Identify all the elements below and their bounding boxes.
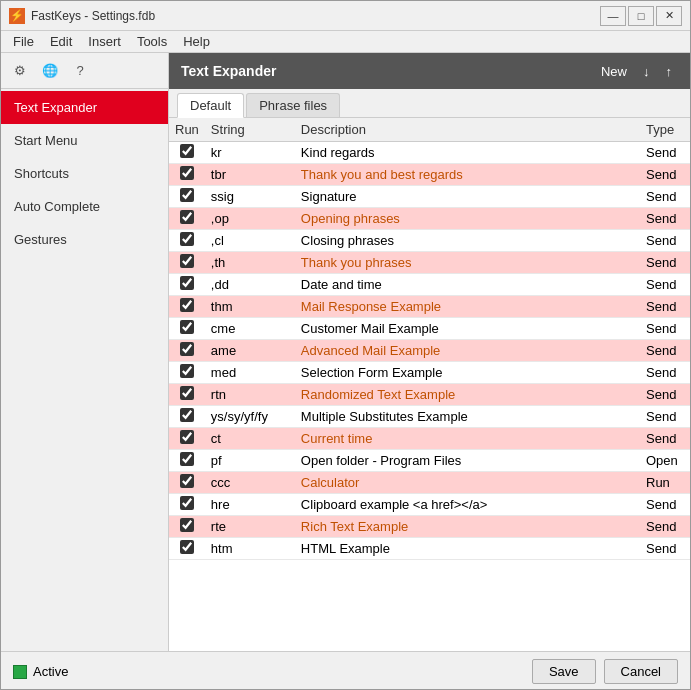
row-checkbox[interactable] (180, 386, 194, 400)
sidebar-nav: Text Expander Start Menu Shortcuts Auto … (1, 89, 168, 651)
row-string: tbr (205, 164, 295, 186)
row-type: Run (640, 472, 690, 494)
row-description: Selection Form Example (295, 362, 640, 384)
row-checkbox[interactable] (180, 540, 194, 554)
row-string: ,th (205, 252, 295, 274)
app-icon: ⚡ (9, 8, 25, 24)
table-row[interactable]: ,ddDate and timeSend (169, 274, 690, 296)
table-header-row: Run String Description Type (169, 118, 690, 142)
table-row[interactable]: ,clClosing phrasesSend (169, 230, 690, 252)
row-type: Send (640, 384, 690, 406)
title-bar-text: FastKeys - Settings.fdb (31, 9, 600, 23)
row-checkbox[interactable] (180, 298, 194, 312)
title-bar: ⚡ FastKeys - Settings.fdb — □ ✕ (1, 1, 690, 31)
row-checkbox[interactable] (180, 496, 194, 510)
row-checkbox[interactable] (180, 364, 194, 378)
row-type: Send (640, 494, 690, 516)
row-checkbox[interactable] (180, 210, 194, 224)
table-row[interactable]: ,opOpening phrasesSend (169, 208, 690, 230)
menu-insert[interactable]: Insert (80, 32, 129, 51)
row-string: ccc (205, 472, 295, 494)
row-type: Send (640, 296, 690, 318)
row-checkbox[interactable] (180, 452, 194, 466)
sidebar-item-shortcuts[interactable]: Shortcuts (1, 157, 168, 190)
table-row[interactable]: cccCalculatorRun (169, 472, 690, 494)
table-row[interactable]: cmeCustomer Mail ExampleSend (169, 318, 690, 340)
row-type: Send (640, 230, 690, 252)
table-row[interactable]: tbrThank you and best regardsSend (169, 164, 690, 186)
tab-phrase-files[interactable]: Phrase files (246, 93, 340, 117)
content-title: Text Expander (181, 63, 276, 79)
table-row[interactable]: ,thThank you phrasesSend (169, 252, 690, 274)
row-description: Closing phrases (295, 230, 640, 252)
maximize-button[interactable]: □ (628, 6, 654, 26)
status-dot (13, 665, 27, 679)
row-checkbox[interactable] (180, 188, 194, 202)
menu-help[interactable]: Help (175, 32, 218, 51)
row-checkbox[interactable] (180, 342, 194, 356)
menu-file[interactable]: File (5, 32, 42, 51)
main-layout: ⚙ 🌐 ? Text Expander Start Menu Shortcuts… (1, 53, 690, 651)
table-row[interactable]: rteRich Text ExampleSend (169, 516, 690, 538)
tab-default[interactable]: Default (177, 93, 244, 118)
cancel-button[interactable]: Cancel (604, 659, 678, 684)
close-button[interactable]: ✕ (656, 6, 682, 26)
row-checkbox[interactable] (180, 408, 194, 422)
row-checkbox[interactable] (180, 232, 194, 246)
row-checkbox[interactable] (180, 518, 194, 532)
table-row[interactable]: medSelection Form ExampleSend (169, 362, 690, 384)
settings-icon[interactable]: ⚙ (9, 60, 31, 82)
sidebar-item-auto-complete[interactable]: Auto Complete (1, 190, 168, 223)
sidebar-item-start-menu[interactable]: Start Menu (1, 124, 168, 157)
row-string: ssig (205, 186, 295, 208)
sidebar-item-gestures[interactable]: Gestures (1, 223, 168, 256)
row-checkbox[interactable] (180, 166, 194, 180)
row-description: Advanced Mail Example (295, 340, 640, 362)
row-checkbox[interactable] (180, 474, 194, 488)
save-button[interactable]: Save (532, 659, 596, 684)
row-string: ct (205, 428, 295, 450)
sidebar-item-text-expander[interactable]: Text Expander (1, 91, 168, 124)
row-description: Clipboard example <a href></a> (295, 494, 640, 516)
row-checkbox[interactable] (180, 254, 194, 268)
table-row[interactable]: rtnRandomized Text ExampleSend (169, 384, 690, 406)
new-button[interactable]: New (595, 62, 633, 81)
row-description: Customer Mail Example (295, 318, 640, 340)
col-description: Description (295, 118, 640, 142)
row-type: Send (640, 318, 690, 340)
minimize-button[interactable]: — (600, 6, 626, 26)
button-area: Save Cancel (532, 659, 678, 684)
row-checkbox[interactable] (180, 320, 194, 334)
row-type: Send (640, 538, 690, 560)
row-string: kr (205, 142, 295, 164)
globe-icon[interactable]: 🌐 (39, 60, 61, 82)
up-arrow-button[interactable]: ↑ (660, 62, 679, 81)
content-header: Text Expander New ↓ ↑ (169, 53, 690, 89)
menu-tools[interactable]: Tools (129, 32, 175, 51)
help-icon[interactable]: ? (69, 60, 91, 82)
row-type: Send (640, 362, 690, 384)
table-row[interactable]: krKind regardsSend (169, 142, 690, 164)
table-row[interactable]: ameAdvanced Mail ExampleSend (169, 340, 690, 362)
table-row[interactable]: hreClipboard example <a href></a>Send (169, 494, 690, 516)
row-description: HTML Example (295, 538, 640, 560)
status-label: Active (33, 664, 68, 679)
table-container: Run String Description Type krKind regar… (169, 118, 690, 651)
row-string: pf (205, 450, 295, 472)
row-checkbox[interactable] (180, 144, 194, 158)
table-row[interactable]: htmHTML ExampleSend (169, 538, 690, 560)
header-actions: New ↓ ↑ (595, 62, 678, 81)
row-checkbox[interactable] (180, 276, 194, 290)
menu-edit[interactable]: Edit (42, 32, 80, 51)
table-row[interactable]: ssigSignatureSend (169, 186, 690, 208)
row-checkbox[interactable] (180, 430, 194, 444)
table-row[interactable]: ctCurrent timeSend (169, 428, 690, 450)
row-type: Send (640, 516, 690, 538)
table-row[interactable]: ys/sy/yf/fyMultiple Substitutes ExampleS… (169, 406, 690, 428)
table-row[interactable]: thmMail Response ExampleSend (169, 296, 690, 318)
row-string: htm (205, 538, 295, 560)
down-arrow-button[interactable]: ↓ (637, 62, 656, 81)
col-run: Run (169, 118, 205, 142)
row-description: Thank you phrases (295, 252, 640, 274)
table-row[interactable]: pfOpen folder - Program FilesOpen (169, 450, 690, 472)
